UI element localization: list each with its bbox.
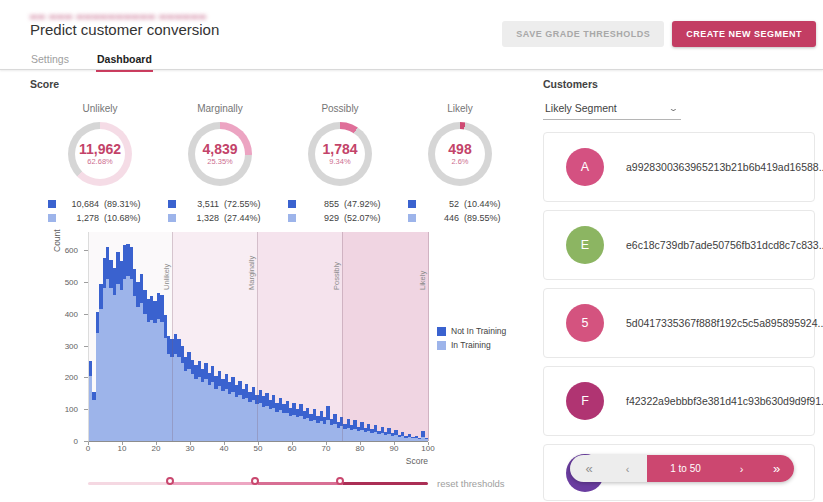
slider-handle[interactable]: [336, 477, 344, 485]
threshold-slider[interactable]: [88, 476, 428, 492]
x-tick-label: 20: [146, 444, 166, 453]
y-tick-label: 600: [56, 246, 78, 255]
chart-legend: Not In TrainingIn Training: [437, 326, 506, 350]
customer-id: f42322a9ebbbf3e381d41c93b630d9d9f91...: [626, 395, 823, 407]
legend-value: 10,684: [63, 199, 99, 209]
customer-card[interactable]: E e6c18c739db7ade50756fb31dcd8c7c833...: [543, 210, 815, 280]
gauge-ring: 11,962 62.68%: [68, 122, 132, 186]
pagination: « ‹ 1 to 50 › »: [570, 455, 794, 482]
legend-percent: (52.07%): [344, 213, 392, 223]
gauge-ring: 498 2.6%: [428, 122, 492, 186]
y-axis-ticks: 0100200300400500600: [56, 232, 84, 442]
customer-avatar: 5: [566, 304, 604, 342]
grade-gauge: Marginally 4,839 25.35% 3,511 (72.55%) 1…: [160, 103, 280, 223]
legend-percent: (10.44%): [464, 199, 512, 209]
gauge-legend-row: 1,278 (10.68%): [48, 213, 152, 223]
legend-value: 855: [303, 199, 339, 209]
threshold-line: [342, 232, 343, 441]
gauge-legend-row: 3,511 (72.55%): [168, 199, 272, 209]
grade-gauge: Unlikely 11,962 62.68% 10,684 (89.31%) 1…: [40, 103, 160, 223]
x-tick-label: 100: [418, 444, 438, 453]
x-tick-label: 30: [180, 444, 200, 453]
legend-swatch-icon: [288, 214, 296, 222]
gauge-percent: 9.34%: [329, 157, 350, 166]
customer-card[interactable]: 5 5d0417335367f888f192c5c5a895895924...: [543, 288, 815, 358]
legend-value: 1,328: [183, 213, 219, 223]
gauge-percent: 25.35%: [207, 157, 232, 166]
gauge-legend: 3,511 (72.55%) 1,328 (27.44%): [160, 199, 280, 223]
legend-percent: (27.44%): [224, 213, 272, 223]
threshold-line-label: Unlikely: [162, 264, 171, 290]
customer-card[interactable]: A a9928300363965213b21b6b419ad16588...: [543, 132, 815, 202]
x-tick-mark: [258, 442, 259, 445]
grade-gauges: Unlikely 11,962 62.68% 10,684 (89.31%) 1…: [30, 103, 535, 223]
threshold-line-label: Likely: [418, 271, 427, 290]
histogram-plot-area: UnlikelyMarginallyPossiblyLikely: [88, 232, 428, 442]
legend-value: 1,278: [63, 213, 99, 223]
score-histogram: Count 0100200300400500600 UnlikelyMargin…: [30, 226, 535, 476]
x-tick-mark: [88, 442, 89, 445]
y-tick-label: 500: [56, 278, 78, 287]
gauge-legend-row: 855 (47.92%): [288, 199, 392, 209]
customer-avatar: A: [566, 148, 604, 186]
x-tick-label: 70: [316, 444, 336, 453]
legend-label: In Training: [451, 340, 491, 350]
legend-swatch-icon: [408, 200, 416, 208]
x-tick-mark: [122, 442, 123, 445]
redacted-project-label: ▃▃ ▃▃▃ ▃▃▃▃▃▃▃▃▃▃ ▃▃▃▃▃▃: [30, 9, 207, 19]
gauge-legend-row: 52 (10.44%): [408, 199, 512, 209]
legend-swatch-icon: [437, 341, 446, 350]
grade-gauge: Possibly 1,784 9.34% 855 (47.92%) 929 (5…: [280, 103, 400, 223]
pagination-first-button[interactable]: «: [570, 455, 608, 482]
gauge-percent: 2.6%: [451, 157, 468, 166]
chevron-down-icon: ⌄: [668, 104, 679, 113]
x-tick-label: 90: [384, 444, 404, 453]
customer-avatar: F: [566, 382, 604, 420]
gauge-legend-row: 446 (89.55%): [408, 213, 512, 223]
gauge-legend-row: 1,328 (27.44%): [168, 213, 272, 223]
pagination-range-label: 1 to 50: [647, 455, 724, 482]
customer-list: A a9928300363965213b21b6b419ad16588... E…: [543, 132, 815, 501]
y-tick-label: 200: [56, 373, 78, 382]
slider-handle[interactable]: [166, 477, 174, 485]
threshold-line-label: Possibly: [332, 262, 341, 290]
gauge-value: 4,839: [202, 142, 237, 157]
customers-title: Customers: [543, 78, 815, 90]
legend-swatch-icon: [437, 327, 446, 336]
x-tick-mark: [224, 442, 225, 445]
chart-legend-item[interactable]: In Training: [437, 340, 506, 350]
gauge-percent: 62.68%: [87, 157, 112, 166]
threshold-line: [428, 232, 429, 441]
customer-id: e6c18c739db7ade50756fb31dcd8c7c833...: [626, 239, 823, 251]
pagination-last-button[interactable]: »: [759, 455, 794, 482]
legend-swatch-icon: [48, 214, 56, 222]
legend-swatch-icon: [288, 200, 296, 208]
y-tick-label: 300: [56, 342, 78, 351]
gauge-value: 1,784: [322, 142, 357, 157]
x-tick-label: 10: [112, 444, 132, 453]
x-tick-label: 50: [248, 444, 268, 453]
create-new-segment-button[interactable]: CREATE NEW SEGMENT: [672, 21, 816, 47]
segment-select[interactable]: Likely Segment ⌄: [543, 99, 681, 120]
chart-legend-item[interactable]: Not In Training: [437, 326, 506, 336]
gauge-ring: 4,839 25.35%: [188, 122, 252, 186]
score-section: Score Unlikely 11,962 62.68% 10,684 (89.…: [30, 78, 535, 502]
slider-handle[interactable]: [251, 477, 259, 485]
legend-value: 446: [423, 213, 459, 223]
customer-card[interactable]: F f42322a9ebbbf3e381d41c93b630d9d9f91...: [543, 366, 815, 436]
gauge-legend: 855 (47.92%) 929 (52.07%): [280, 199, 400, 223]
save-grade-thresholds-button[interactable]: SAVE GRADE THRESHOLDS: [502, 21, 664, 47]
legend-value: 929: [303, 213, 339, 223]
gauge-label: Likely: [400, 103, 520, 114]
pagination-prev-button[interactable]: ‹: [608, 455, 647, 482]
pagination-next-button[interactable]: ›: [724, 455, 759, 482]
x-tick-mark: [394, 442, 395, 445]
y-tick-label: 0: [56, 437, 78, 446]
gauge-label: Unlikely: [40, 103, 160, 114]
legend-percent: (10.68%): [104, 213, 152, 223]
gauge-value: 11,962: [79, 142, 121, 157]
gauge-label: Possibly: [280, 103, 400, 114]
x-tick-mark: [428, 442, 429, 445]
reset-thresholds-link[interactable]: reset thresholds: [437, 478, 505, 489]
legend-percent: (72.55%): [224, 199, 272, 209]
